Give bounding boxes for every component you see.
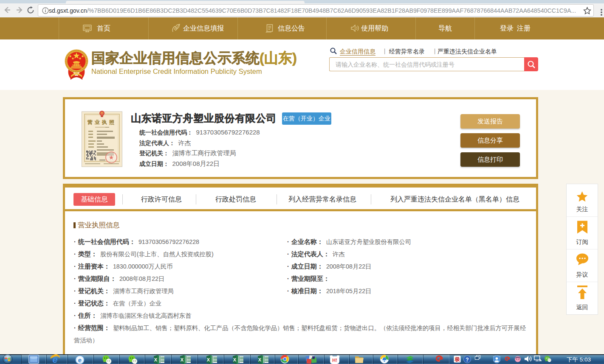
svg-text:H!: H! [332, 358, 337, 363]
svg-text:营业执照: 营业执照 [87, 119, 116, 125]
svg-text:X: X [258, 357, 262, 362]
svg-text:极: 极 [454, 356, 460, 362]
svg-text:X: X [207, 357, 210, 362]
svg-text:X: X [233, 357, 237, 362]
svg-text:X: X [154, 357, 158, 362]
svg-text:e: e [78, 356, 82, 364]
svg-text:?: ? [466, 357, 469, 363]
svg-text:X: X [181, 357, 184, 362]
